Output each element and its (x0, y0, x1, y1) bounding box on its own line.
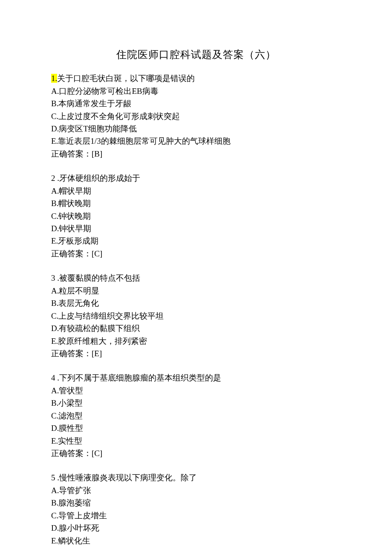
question-number: 4 . (51, 373, 59, 382)
document-page: 住院医师口腔科试题及答案（六） 1.关于口腔毛状白斑，以下哪项是错误的A.口腔分… (0, 0, 392, 555)
page-title: 住院医师口腔科试题及答案（六） (51, 47, 341, 63)
question-option: A.导管扩张 (51, 484, 341, 497)
question-block: 5 .慢性唾液腺炎表现以下病理变化。除了A.导管扩张B.腺泡萎缩C.导管上皮增生… (51, 471, 341, 547)
question-block: 4 .下列不属于基底细胞腺瘤的基本组织类型的是A.管状型B.小梁型C.滤泡型D.… (51, 372, 341, 459)
question-option: C.上皮过度不全角化可形成刺状突起 (51, 110, 341, 122)
question-option: D.腺小叶坏死 (51, 522, 341, 534)
question-list: 1.关于口腔毛状白斑，以下哪项是错误的A.口腔分泌物常可检出EB病毒B.本病通常… (51, 72, 341, 547)
question-answer: 正确答案：[C] (51, 247, 341, 260)
question-option: D.有较疏松的黏膜下组织 (51, 322, 341, 334)
question-block: 3 .被覆黏膜的特点不包括A.粒层不明显B.表层无角化C.上皮与结缔组织交界比较… (51, 272, 341, 360)
question-stem: 4 .下列不属于基底细胞腺瘤的基本组织类型的是 (51, 372, 341, 384)
question-option: E.牙板形成期 (51, 235, 341, 247)
question-option: E.鳞状化生 (51, 535, 341, 547)
question-option: C.钟状晚期 (51, 210, 341, 222)
question-stem: 3 .被覆黏膜的特点不包括 (51, 272, 341, 284)
question-option: B.小梁型 (51, 397, 341, 409)
question-answer: 正确答案：[E] (51, 347, 341, 360)
question-option: D.膜性型 (51, 422, 341, 434)
question-option: E.胶原纤维粗大，排列紧密 (51, 335, 341, 347)
question-option: E.实性型 (51, 435, 341, 447)
question-option: C.滤泡型 (51, 410, 341, 422)
question-option: C.导管上皮增生 (51, 509, 341, 522)
question-answer: 正确答案：[C] (51, 447, 341, 459)
question-option: D.钟状早期 (51, 222, 341, 235)
question-block: 2 .牙体硬组织的形成始于A.帽状早期B.帽状晚期C.钟状晚期D.钟状早期E.牙… (51, 172, 341, 260)
question-number: 5 . (51, 473, 59, 482)
question-stem-text: 慢性唾液腺炎表现以下病理变化。除了 (59, 473, 197, 482)
question-number: 3 . (51, 273, 59, 282)
question-number: 1. (51, 74, 57, 83)
question-option: A.管状型 (51, 384, 341, 397)
question-stem-text: 牙体硬组织的形成始于 (59, 174, 140, 183)
question-option: E.靠近表层1/3的棘细胞层常可见肿大的气球样细胞 (51, 135, 341, 147)
question-option: B.本病通常发生于牙龈 (51, 97, 341, 110)
question-block: 1.关于口腔毛状白斑，以下哪项是错误的A.口腔分泌物常可检出EB病毒B.本病通常… (51, 72, 341, 160)
question-option: B.腺泡萎缩 (51, 497, 341, 509)
question-stem-text: 关于口腔毛状白斑，以下哪项是错误的 (57, 74, 195, 83)
question-option: D.病变区T细胞功能降低 (51, 122, 341, 135)
question-stem: 1.关于口腔毛状白斑，以下哪项是错误的 (51, 72, 341, 84)
question-stem-text: 被覆黏膜的特点不包括 (59, 273, 140, 282)
question-option: C.上皮与结缔组织交界比较平坦 (51, 310, 341, 322)
question-stem: 5 .慢性唾液腺炎表现以下病理变化。除了 (51, 471, 341, 484)
question-option: A.帽状早期 (51, 185, 341, 197)
question-stem-text: 下列不属于基底细胞腺瘤的基本组织类型的是 (59, 373, 221, 382)
question-answer: 正确答案：[B] (51, 148, 341, 160)
question-option: B.帽状晚期 (51, 197, 341, 209)
question-number: 2 . (51, 174, 59, 183)
question-option: A.口腔分泌物常可检出EB病毒 (51, 85, 341, 97)
question-stem: 2 .牙体硬组织的形成始于 (51, 172, 341, 184)
question-option: B.表层无角化 (51, 297, 341, 309)
question-option: A.粒层不明显 (51, 285, 341, 297)
